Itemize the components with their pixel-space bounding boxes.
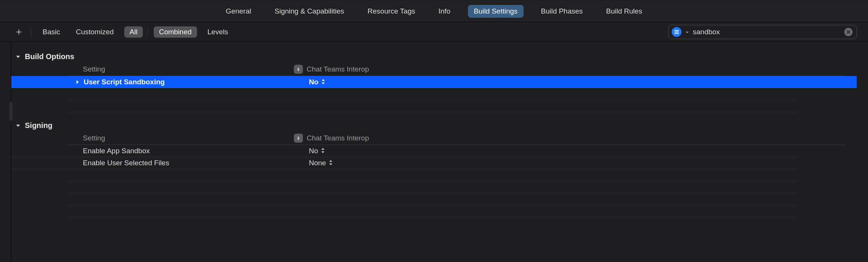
column-header-setting: Setting	[68, 134, 294, 142]
content-area: Build Options Setting Chat Teams Interop	[0, 42, 868, 262]
spacer-row	[68, 193, 796, 205]
filter-basic[interactable]: Basic	[37, 26, 65, 38]
setting-name: Enable User Selected Files	[83, 159, 169, 167]
plus-icon	[15, 28, 23, 36]
build-settings-window: General Signing & Capabilities Resource …	[0, 0, 868, 262]
setting-row-enable-app-sandbox[interactable]: Enable App Sandbox No	[11, 145, 796, 157]
chevron-right-icon[interactable]	[75, 78, 80, 86]
updown-stepper-icon	[321, 78, 325, 86]
filter-levels[interactable]: Levels	[202, 26, 234, 38]
tab-build-rules[interactable]: Build Rules	[600, 5, 648, 18]
section-header-signing[interactable]: Signing	[11, 121, 868, 130]
divider	[31, 27, 31, 37]
tab-signing-capabilities[interactable]: Signing & Capabilities	[269, 5, 350, 18]
rows-signing: Enable App Sandbox No Enable User Select…	[11, 145, 868, 217]
search-scope-menu[interactable]	[672, 27, 682, 37]
filter-combined[interactable]: Combined	[154, 26, 197, 38]
setting-name: Enable App Sandbox	[83, 147, 150, 155]
tab-general[interactable]: General	[220, 5, 257, 18]
setting-row-user-script-sandboxing[interactable]: User Script Sandboxing No	[11, 76, 857, 88]
divider	[147, 27, 148, 37]
search-field[interactable]	[668, 25, 857, 39]
setting-value: No	[309, 78, 318, 86]
clear-search-button[interactable]	[844, 28, 853, 36]
filter-all[interactable]: All	[124, 26, 143, 38]
spacer-row	[68, 88, 796, 100]
target-name: Chat Teams Interop	[307, 65, 369, 73]
setting-value-cell[interactable]: No	[294, 147, 796, 155]
app-target-icon	[294, 65, 303, 74]
filter-lines-icon	[674, 30, 679, 34]
column-header-row: Setting Chat Teams Interop	[68, 131, 845, 145]
section-header-build-options[interactable]: Build Options	[11, 52, 868, 61]
setting-row-enable-user-selected-files[interactable]: Enable User Selected Files None	[11, 157, 796, 169]
tabs-group: General Signing & Capabilities Resource …	[220, 5, 648, 18]
filter-customized[interactable]: Customized	[70, 26, 119, 38]
tab-resource-tags[interactable]: Resource Tags	[362, 5, 421, 18]
rows-build-options: User Script Sandboxing No	[11, 76, 868, 112]
filter-view-group: Combined Levels	[154, 26, 234, 38]
column-header-target[interactable]: Chat Teams Interop	[294, 134, 845, 143]
section-title: Signing	[25, 121, 52, 130]
left-gutter	[0, 42, 11, 262]
filter-scope-group: Basic Customized All	[37, 26, 143, 38]
setting-value: No	[309, 147, 318, 155]
target-editor-tabs: General Signing & Capabilities Resource …	[0, 0, 868, 22]
setting-name: User Script Sandboxing	[84, 78, 165, 86]
app-target-icon	[294, 134, 303, 143]
tab-build-phases[interactable]: Build Phases	[535, 5, 589, 18]
updown-stepper-icon	[321, 147, 325, 155]
column-header-row: Setting Chat Teams Interop	[68, 62, 845, 76]
gutter-handle[interactable]	[9, 102, 12, 121]
section-build-options: Build Options Setting Chat Teams Interop	[11, 52, 868, 112]
tab-build-settings[interactable]: Build Settings	[468, 5, 524, 18]
setting-value-cell[interactable]: None	[294, 159, 796, 167]
tab-info[interactable]: Info	[432, 5, 457, 18]
chevron-down-icon	[15, 123, 21, 129]
spacer-row	[68, 100, 796, 112]
column-header-setting: Setting	[68, 65, 294, 73]
setting-value-cell[interactable]: No	[294, 78, 857, 86]
spacer-row	[68, 181, 796, 193]
add-build-setting-button[interactable]	[11, 28, 26, 36]
setting-value: None	[309, 159, 326, 167]
column-header-target[interactable]: Chat Teams Interop	[294, 65, 845, 74]
spacer-row	[68, 169, 796, 181]
section-signing: Signing Setting Chat Teams Interop Enabl…	[11, 121, 868, 217]
updown-stepper-icon	[329, 159, 333, 167]
chevron-down-icon	[15, 54, 21, 60]
search-input[interactable]	[693, 28, 840, 36]
filter-bar: Basic Customized All Combined Levels	[0, 22, 868, 42]
settings-list: Build Options Setting Chat Teams Interop	[11, 42, 868, 262]
close-icon	[847, 30, 850, 34]
chevron-down-icon	[685, 28, 689, 36]
spacer-row	[68, 205, 796, 217]
section-title: Build Options	[25, 52, 74, 61]
target-name: Chat Teams Interop	[307, 134, 369, 142]
